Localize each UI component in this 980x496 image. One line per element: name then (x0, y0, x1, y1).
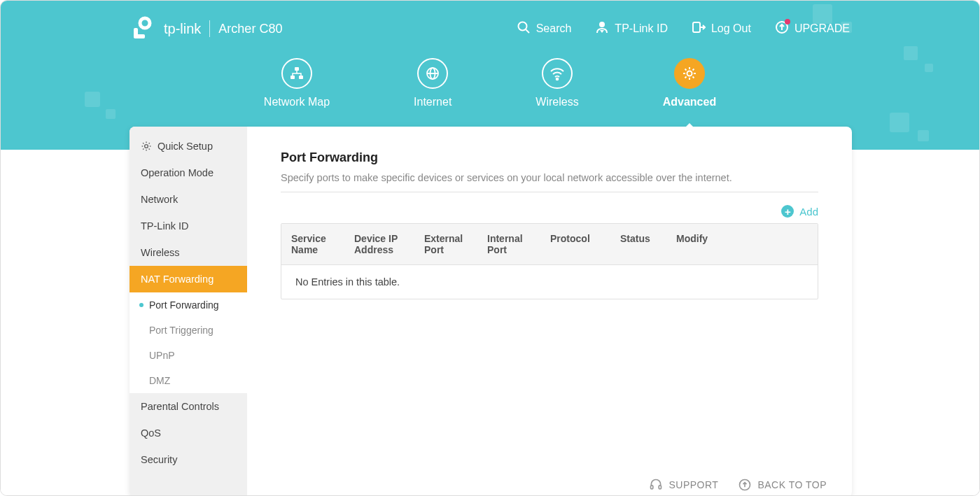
sidebar-item-label: Quick Setup (158, 141, 213, 152)
gear-outline-icon (141, 141, 152, 152)
sidebar-subitem-label: Port Triggering (149, 325, 214, 336)
th-service-name: Service Name (281, 224, 344, 264)
brand-name: tp-link (164, 21, 201, 37)
tp-link-logo-icon (130, 16, 155, 41)
th-protocol: Protocol (540, 224, 610, 264)
svg-point-0 (140, 18, 150, 28)
brand: tp-link Archer C80 (130, 16, 282, 41)
logout-label: Log Out (711, 22, 751, 35)
sidebar-item-tplink-id[interactable]: TP-Link ID (130, 213, 247, 239)
svg-point-15 (556, 78, 559, 80)
sidebar-item-quick-setup[interactable]: Quick Setup (130, 127, 247, 160)
main-nav: Network Map Internet (1, 58, 979, 108)
arrow-up-circle-icon (738, 478, 752, 492)
back-to-top-label: BACK TO TOP (757, 479, 827, 490)
tab-label: Advanced (663, 96, 716, 108)
logout-icon (692, 20, 706, 37)
th-internal-port: Internal Port (477, 224, 540, 264)
wifi-icon (549, 65, 566, 82)
support-label: SUPPORT (668, 479, 718, 490)
th-modify: Modify (666, 224, 722, 264)
svg-point-5 (599, 22, 605, 27)
sidebar-item-qos[interactable]: QoS (130, 420, 247, 446)
sidebar-item-parental-controls[interactable]: Parental Controls (130, 393, 247, 420)
main-panel: Quick Setup Operation Mode Network TP-Li… (130, 127, 852, 496)
svg-rect-11 (299, 76, 303, 79)
table-empty-row: No Entries in this table. (281, 265, 818, 299)
tplink-id-button[interactable]: TP-Link ID (595, 20, 668, 37)
sidebar-item-label: NAT Forwarding (141, 274, 214, 285)
sidebar-item-label: Security (141, 454, 177, 465)
sidebar-subitem-label: Port Forwarding (149, 299, 219, 311)
upgrade-notification-dot (785, 19, 790, 24)
svg-point-3 (518, 22, 526, 31)
sidebar-subitem-upnp[interactable]: UPnP (130, 343, 247, 368)
brand-model: Archer C80 (218, 22, 282, 36)
sidebar-subitem-label: DMZ (149, 375, 170, 386)
sidebar: Quick Setup Operation Mode Network TP-Li… (130, 127, 247, 496)
upgrade-icon (775, 20, 789, 37)
page-title: Port Forwarding (281, 150, 818, 165)
add-button[interactable]: + Add (781, 205, 818, 218)
cloud-user-icon (595, 20, 609, 37)
sidebar-item-security[interactable]: Security (130, 446, 247, 473)
plus-icon: + (781, 205, 794, 218)
gear-icon (682, 66, 697, 81)
content-area: Port Forwarding Specify ports to make sp… (247, 127, 852, 496)
sidebar-item-label: QoS (141, 427, 161, 439)
add-label: Add (799, 206, 818, 218)
tab-internet[interactable]: Internet (414, 58, 451, 108)
sidebar-item-label: TP-Link ID (141, 220, 189, 232)
svg-marker-6 (600, 30, 604, 33)
sidebar-item-network[interactable]: Network (130, 186, 247, 213)
sidebar-subitem-dmz[interactable]: DMZ (130, 368, 247, 393)
tab-label: Network Map (264, 96, 330, 108)
upgrade-label: UPGRADE (794, 22, 850, 35)
tab-label: Wireless (536, 96, 578, 108)
network-map-icon (289, 66, 304, 81)
svg-rect-7 (693, 22, 700, 32)
globe-icon (425, 66, 440, 81)
footer-bar: SUPPORT BACK TO TOP (649, 478, 827, 492)
back-to-top-button[interactable]: BACK TO TOP (738, 478, 827, 492)
search-label: Search (536, 22, 572, 35)
sidebar-item-operation-mode[interactable]: Operation Mode (130, 160, 247, 186)
sidebar-item-label: Parental Controls (141, 401, 219, 412)
svg-rect-2 (134, 34, 145, 38)
sidebar-item-label: Operation Mode (141, 167, 214, 178)
page-description: Specify ports to make specific devices o… (281, 172, 818, 183)
search-button[interactable]: Search (517, 20, 572, 37)
tab-wireless[interactable]: Wireless (536, 58, 578, 108)
svg-line-4 (526, 29, 529, 33)
tab-advanced[interactable]: Advanced (663, 58, 716, 108)
svg-rect-19 (659, 486, 662, 489)
svg-point-17 (145, 145, 148, 148)
th-device-ip: Device IP Address (344, 224, 414, 264)
sidebar-item-nat-forwarding[interactable]: NAT Forwarding (130, 266, 247, 292)
support-button[interactable]: SUPPORT (649, 478, 718, 492)
svg-rect-10 (290, 76, 295, 79)
tab-label: Internet (414, 96, 451, 108)
headset-icon (649, 478, 663, 492)
divider (281, 192, 818, 192)
upgrade-button[interactable]: UPGRADE (775, 20, 850, 37)
logout-button[interactable]: Log Out (692, 20, 751, 37)
table-header: Service Name Device IP Address External … (281, 224, 818, 265)
sidebar-subitem-port-triggering[interactable]: Port Triggering (130, 318, 247, 343)
sidebar-item-label: Network (141, 194, 178, 205)
svg-rect-9 (295, 67, 299, 71)
sidebar-item-wireless[interactable]: Wireless (130, 239, 247, 266)
svg-point-16 (687, 71, 692, 76)
th-status: Status (610, 224, 666, 264)
tab-network-map[interactable]: Network Map (264, 58, 330, 108)
sidebar-submenu: Port Forwarding Port Triggering UPnP DMZ (130, 292, 247, 393)
sidebar-item-label: Wireless (141, 247, 180, 258)
brand-separator (209, 20, 210, 37)
sidebar-subitem-label: UPnP (149, 350, 175, 361)
th-external-port: External Port (414, 224, 477, 264)
search-icon (517, 20, 531, 37)
sidebar-subitem-port-forwarding[interactable]: Port Forwarding (130, 292, 247, 318)
port-forwarding-table: Service Name Device IP Address External … (281, 223, 818, 299)
tplink-id-label: TP-Link ID (615, 22, 668, 35)
svg-rect-18 (651, 486, 653, 489)
